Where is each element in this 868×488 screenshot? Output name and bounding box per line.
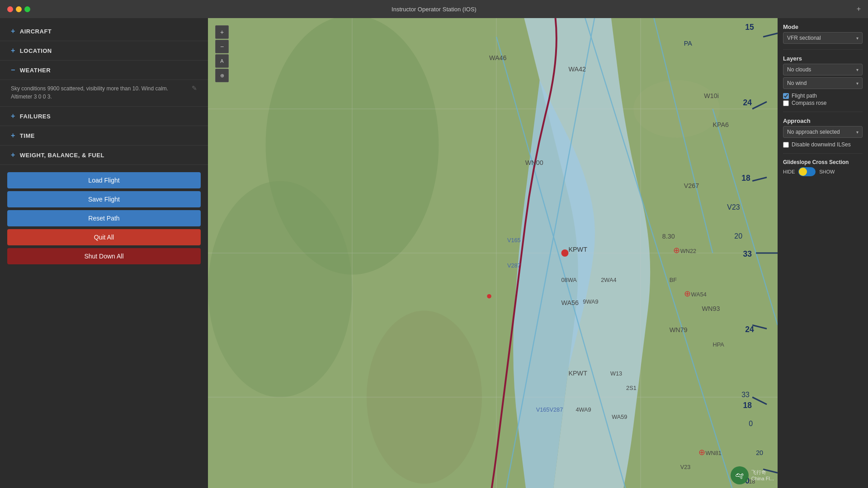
mode-section: Mode VFR sectional ▾ [783, 23, 863, 44]
close-button[interactable] [7, 6, 13, 12]
weather-text: Sky conditions 9900 scattered, visibilit… [11, 84, 174, 101]
divider-2 [783, 112, 863, 112]
aircraft-expand-icon: + [11, 27, 15, 35]
time-label: TIME [20, 132, 35, 139]
divider-1 [783, 49, 863, 50]
show-label: SHOW [819, 169, 835, 174]
toggle-knob [799, 168, 807, 176]
zoom-out-button[interactable]: − [215, 40, 229, 53]
svg-text:HPA: HPA [712, 341, 724, 348]
minimize-button[interactable] [16, 6, 22, 12]
svg-text:15: 15 [745, 23, 754, 32]
action-buttons: Load Flight Save Flight Reset Path Quit … [0, 169, 208, 268]
svg-text:WN93: WN93 [702, 305, 720, 312]
svg-text:V287: V287 [507, 262, 521, 269]
sidebar-item-aircraft[interactable]: + AIRCRAFT [0, 22, 208, 41]
wbf-expand-icon: + [11, 151, 15, 159]
svg-text:9WA9: 9WA9 [583, 298, 598, 305]
locate-button[interactable]: A [215, 54, 229, 68]
load-flight-button[interactable]: Load Flight [7, 172, 201, 188]
svg-text:2WA4: 2WA4 [601, 277, 616, 283]
svg-text:0: 0 [749, 420, 753, 427]
approach-dropdown[interactable]: No approach selected ▾ [783, 126, 863, 138]
svg-text:2S1: 2S1 [626, 385, 637, 391]
mode-label: Mode [783, 23, 863, 30]
weather-content: Sky conditions 9900 scattered, visibilit… [0, 80, 208, 106]
svg-text:V23: V23 [680, 464, 691, 470]
watermark-logo: 🛩 [731, 466, 749, 484]
wind-dropdown[interactable]: No wind ▾ [783, 77, 863, 89]
svg-text:18: 18 [743, 401, 752, 410]
reset-path-button[interactable]: Reset Path [7, 210, 201, 226]
compass-rose-checkbox[interactable] [783, 100, 789, 106]
weather-header[interactable]: − WEATHER [0, 61, 208, 80]
window-title: Instructor Operator Station (IOS) [392, 6, 476, 13]
map-container[interactable]: 15 24 18 33 24 18 0 ✈ KPWT WN21 WA46 WA4… [208, 18, 778, 488]
time-expand-icon: + [11, 131, 15, 140]
layers-button[interactable]: ⊕ [215, 69, 229, 82]
svg-text:18: 18 [741, 174, 750, 183]
wbf-label: WEIGHT, BALANCE, & FUEL [20, 152, 104, 159]
svg-text:8.30: 8.30 [662, 233, 675, 240]
flight-path-checkbox[interactable] [783, 93, 789, 99]
svg-text:24: 24 [745, 325, 754, 334]
flight-path-label: Flight path [792, 93, 817, 99]
svg-text:4WA9: 4WA9 [576, 406, 591, 413]
shut-down-all-button[interactable]: Shut Down All [7, 248, 201, 264]
sidebar-item-location[interactable]: + LOCATION [0, 41, 208, 61]
svg-text:08WA: 08WA [561, 277, 577, 283]
quit-all-button[interactable]: Quit All [7, 229, 201, 245]
failures-label: FAILURES [20, 113, 51, 120]
maximize-button[interactable] [24, 6, 30, 12]
svg-text:KPWT: KPWT [568, 370, 587, 377]
svg-text:WN22: WN22 [680, 248, 696, 254]
mode-chevron-icon: ▾ [856, 36, 859, 41]
svg-text:BF: BF [670, 277, 677, 283]
glideslope-label: Glideslope Cross Section [783, 159, 863, 165]
wind-chevron-icon: ▾ [856, 81, 859, 86]
disable-ils-checkbox[interactable] [783, 142, 789, 148]
svg-text:20: 20 [734, 232, 742, 240]
svg-text:KPWT: KPWT [568, 246, 587, 253]
svg-text:33: 33 [741, 391, 750, 399]
svg-text:V23: V23 [727, 203, 740, 211]
glideslope-section: Glideslope Cross Section HIDE SHOW [783, 159, 863, 176]
disable-ils-label: Disable downwind ILSes [792, 141, 851, 148]
save-flight-button[interactable]: Save Flight [7, 191, 201, 207]
sidebar: + AIRCRAFT + LOCATION − WEATHER Sky cond… [0, 18, 208, 488]
glideslope-toggle[interactable] [798, 167, 816, 176]
mode-value: VFR sectional [787, 35, 821, 41]
svg-text:W10i: W10i [704, 92, 719, 99]
svg-text:WA54: WA54 [691, 291, 707, 298]
watermark: 🛩 飞行奇China Fl... [731, 466, 774, 484]
traffic-lights [7, 6, 30, 12]
clouds-dropdown[interactable]: No clouds ▾ [783, 64, 863, 75]
watermark-text: 飞行奇China Fl... [751, 469, 774, 482]
sidebar-item-failures[interactable]: + FAILURES [0, 107, 208, 126]
layers-label: Layers [783, 55, 863, 62]
svg-text:WA42: WA42 [568, 66, 586, 73]
clouds-value: No clouds [787, 66, 811, 73]
weather-expand-icon: − [11, 66, 15, 74]
main-layout: + AIRCRAFT + LOCATION − WEATHER Sky cond… [0, 18, 868, 488]
approach-chevron-icon: ▾ [856, 130, 859, 135]
svg-text:KPA6: KPA6 [712, 121, 729, 128]
svg-text:33: 33 [743, 249, 752, 258]
svg-text:20: 20 [756, 449, 763, 456]
sidebar-item-time[interactable]: + TIME [0, 126, 208, 145]
svg-point-2 [208, 181, 352, 397]
layers-section: Layers No clouds ▾ No wind ▾ Flight path… [783, 55, 863, 106]
svg-text:⊕: ⊕ [698, 448, 705, 457]
svg-text:WA46: WA46 [489, 54, 507, 61]
svg-text:WA59: WA59 [612, 413, 627, 420]
weather-label: WEATHER [20, 67, 51, 74]
weather-edit-icon[interactable]: ✎ [192, 84, 197, 92]
window-icon[interactable]: + [857, 5, 861, 13]
sidebar-item-weight-balance-fuel[interactable]: + WEIGHT, BALANCE, & FUEL [0, 145, 208, 165]
zoom-in-button[interactable]: + [215, 25, 229, 39]
svg-text:⊕: ⊕ [673, 246, 680, 255]
svg-text:WA56: WA56 [561, 299, 579, 306]
mode-dropdown[interactable]: VFR sectional ▾ [783, 32, 863, 44]
svg-text:W13: W13 [610, 370, 622, 377]
svg-text:PA: PA [684, 40, 693, 47]
